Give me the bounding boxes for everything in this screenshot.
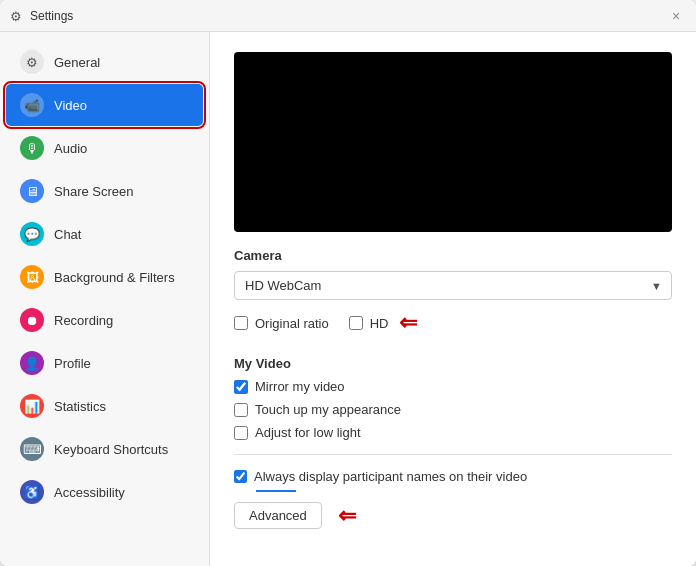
sidebar-label-accessibility: Accessibility [54,485,125,500]
settings-window: ⚙ Settings × ⚙ General 📹 Video 🎙 Audio [0,0,696,566]
sidebar-item-accessibility[interactable]: ♿ Accessibility [6,471,203,513]
adjust-label: Adjust for low light [255,425,361,440]
underline-indicator [256,490,296,492]
mirror-checkbox[interactable] [234,380,248,394]
sidebar-label-profile: Profile [54,356,91,371]
sidebar-label-chat: Chat [54,227,81,242]
hd-annotation-arrow: ⇐ [399,310,417,336]
camera-options-row: Original ratio HD ⇐ [234,310,672,344]
sidebar-label-background: Background & Filters [54,270,175,285]
sidebar-item-audio[interactable]: 🎙 Audio [6,127,203,169]
audio-icon: 🎙 [20,136,44,160]
sidebar-label-video: Video [54,98,87,113]
close-button[interactable]: × [666,6,686,26]
advanced-annotation-arrow: ⇐ [338,503,356,529]
sidebar-item-share-screen[interactable]: 🖥 Share Screen [6,170,203,212]
always-display-checkbox[interactable] [234,470,247,483]
video-icon: 📹 [20,93,44,117]
original-ratio-row: Original ratio [234,310,329,336]
statistics-icon: 📊 [20,394,44,418]
sidebar-label-keyboard: Keyboard Shortcuts [54,442,168,457]
general-icon: ⚙ [20,50,44,74]
titlebar: ⚙ Settings × [0,0,696,32]
mirror-row: Mirror my video [234,379,672,394]
sidebar-label-recording: Recording [54,313,113,328]
keyboard-icon: ⌨ [20,437,44,461]
original-ratio-label: Original ratio [255,316,329,331]
sidebar-label-audio: Audio [54,141,87,156]
always-display-row: Always display participant names on thei… [234,469,672,484]
sidebar-item-general[interactable]: ⚙ General [6,41,203,83]
sidebar-label-share: Share Screen [54,184,134,199]
sidebar-item-video[interactable]: 📹 Video [6,84,203,126]
content-area: ⚙ General 📹 Video 🎙 Audio 🖥 Share Screen… [0,32,696,566]
main-content: Camera HD WebCam ▼ Original ratio HD ⇐ [210,32,696,566]
sidebar-item-statistics[interactable]: 📊 Statistics [6,385,203,427]
accessibility-icon: ♿ [20,480,44,504]
touch-up-checkbox[interactable] [234,403,248,417]
hd-row: HD ⇐ [349,310,418,336]
camera-select-wrapper: HD WebCam ▼ [234,271,672,300]
advanced-row: Advanced ⇐ [234,502,672,529]
touch-up-row: Touch up my appearance [234,402,672,417]
sidebar-item-keyboard[interactable]: ⌨ Keyboard Shortcuts [6,428,203,470]
background-icon: 🖼 [20,265,44,289]
sidebar-item-profile[interactable]: 👤 Profile [6,342,203,384]
sidebar-item-chat[interactable]: 💬 Chat [6,213,203,255]
adjust-light-row: Adjust for low light [234,425,672,440]
adjust-light-checkbox[interactable] [234,426,248,440]
titlebar-left: ⚙ Settings [10,9,73,23]
video-preview [234,52,672,232]
hd-label: HD [370,316,389,331]
mirror-label: Mirror my video [255,379,345,394]
advanced-button[interactable]: Advanced [234,502,322,529]
sidebar-label-statistics: Statistics [54,399,106,414]
share-screen-icon: 🖥 [20,179,44,203]
camera-select[interactable]: HD WebCam [234,271,672,300]
sidebar-item-background[interactable]: 🖼 Background & Filters [6,256,203,298]
camera-label: Camera [234,248,672,263]
chat-icon: 💬 [20,222,44,246]
sidebar: ⚙ General 📹 Video 🎙 Audio 🖥 Share Screen… [0,32,210,566]
sidebar-label-general: General [54,55,100,70]
always-display-label: Always display participant names on thei… [254,469,527,484]
my-video-label: My Video [234,356,672,371]
titlebar-title: Settings [30,9,73,23]
my-video-section: My Video Mirror my video Touch up my app… [234,356,672,440]
hd-checkbox[interactable] [349,316,363,330]
original-ratio-checkbox[interactable] [234,316,248,330]
recording-icon: ⏺ [20,308,44,332]
touch-up-label: Touch up my appearance [255,402,401,417]
settings-icon: ⚙ [10,9,24,23]
divider [234,454,672,455]
profile-icon: 👤 [20,351,44,375]
sidebar-item-recording[interactable]: ⏺ Recording [6,299,203,341]
